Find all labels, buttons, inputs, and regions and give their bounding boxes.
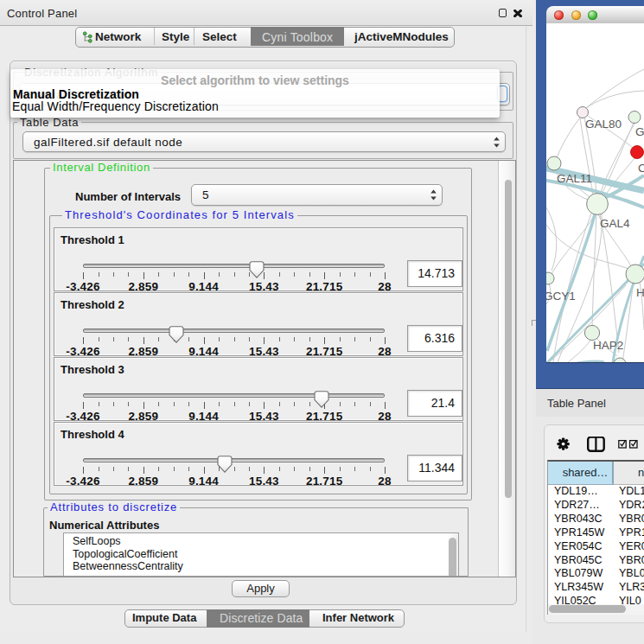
svg-text:C: C: [638, 162, 644, 175]
svg-text:GCY1: GCY1: [546, 290, 576, 303]
svg-text:GAL11: GAL11: [557, 172, 592, 185]
svg-text:H: H: [636, 286, 644, 299]
svg-text:G.: G.: [635, 125, 644, 138]
svg-text:GAL4: GAL4: [600, 217, 630, 230]
svg-text:HAP2: HAP2: [593, 339, 623, 352]
svg-text:GAL80: GAL80: [585, 118, 622, 131]
